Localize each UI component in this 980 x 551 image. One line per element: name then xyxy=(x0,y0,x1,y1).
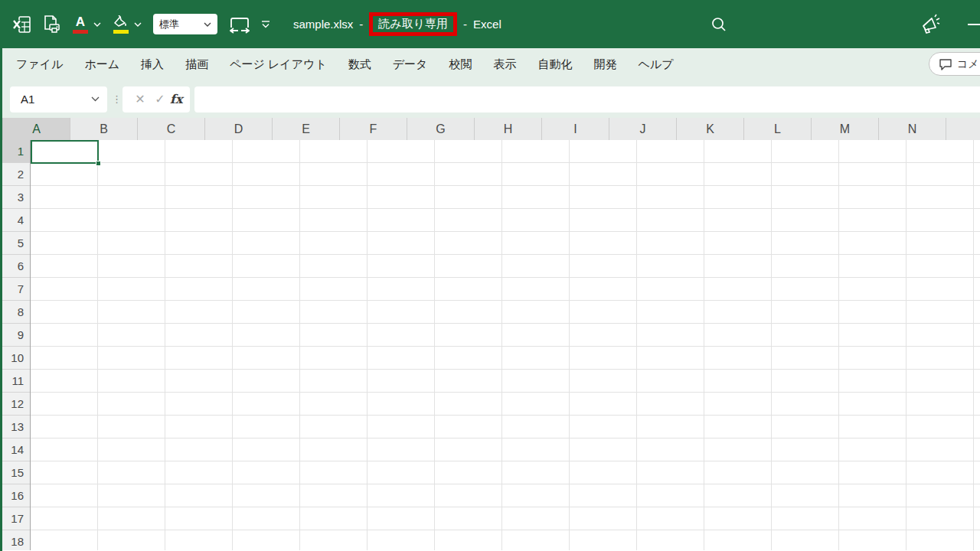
column-header-C[interactable]: C xyxy=(138,118,205,140)
column-header-N[interactable]: N xyxy=(879,118,946,140)
cell-area[interactable] xyxy=(31,140,980,550)
row-header-12[interactable]: 12 xyxy=(2,393,30,416)
column-header-row: ABCDEFGHIJKLMN xyxy=(2,118,980,140)
autofit-column-width-icon[interactable] xyxy=(230,15,250,34)
cell-style-dropdown[interactable]: 標準 xyxy=(153,14,217,34)
ribbon-tab-5[interactable]: 数式 xyxy=(338,48,382,80)
title-filename: sample.xlsx xyxy=(293,18,353,31)
workbook-window: ファイルホーム挿入描画ページ レイアウト数式データ校閲表示自動化開発ヘルプ コメ… xyxy=(0,48,980,551)
ribbon-tab-0[interactable]: ファイル xyxy=(5,48,74,80)
row-header-7[interactable]: 7 xyxy=(2,278,30,301)
column-header-J[interactable]: J xyxy=(609,118,677,140)
chevron-down-icon xyxy=(93,22,101,27)
print-preview-icon[interactable] xyxy=(42,15,60,34)
column-header-M[interactable]: M xyxy=(812,118,879,140)
column-header-partial[interactable] xyxy=(946,118,980,140)
spreadsheet-grid: ABCDEFGHIJKLMN 1234567891011121314151617… xyxy=(2,118,980,551)
ribbon-tabs: ファイルホーム挿入描画ページ レイアウト数式データ校閲表示自動化開発ヘルプ xyxy=(5,48,684,80)
quick-access-toolbar: A 標準 xyxy=(0,14,287,34)
fill-handle[interactable] xyxy=(96,161,101,166)
row-header-15[interactable]: 15 xyxy=(2,461,30,484)
fill-color-icon xyxy=(113,15,129,34)
column-headers: ABCDEFGHIJKLMN xyxy=(3,118,980,139)
column-header-K[interactable]: K xyxy=(677,118,744,140)
chevron-down-icon xyxy=(204,22,211,27)
row-header-14[interactable]: 14 xyxy=(2,439,30,461)
window-title: sample.xlsx - 読み取り専用 - Excel xyxy=(293,12,501,36)
font-color-icon: A xyxy=(72,15,89,34)
insert-function-button[interactable]: fx xyxy=(170,92,182,106)
minimize-button[interactable] xyxy=(968,0,980,48)
row-header-9[interactable]: 9 xyxy=(2,324,30,347)
chevron-down-icon xyxy=(134,22,142,27)
ribbon-tab-8[interactable]: 表示 xyxy=(482,48,527,80)
search-icon[interactable] xyxy=(710,0,727,48)
chevron-down-icon xyxy=(91,96,100,102)
ribbon-tab-row: ファイルホーム挿入描画ページ レイアウト数式データ校閲表示自動化開発ヘルプ コメ… xyxy=(2,48,980,80)
row-header-13[interactable]: 13 xyxy=(2,416,30,439)
column-header-H[interactable]: H xyxy=(475,118,542,140)
column-header-G[interactable]: G xyxy=(407,118,475,140)
namebox-resize-handle[interactable]: ⋮ xyxy=(112,97,118,101)
ribbon-tab-11[interactable]: ヘルプ xyxy=(627,48,684,80)
title-appname: Excel xyxy=(473,18,501,31)
enter-entry-button[interactable]: ✓ xyxy=(150,92,170,106)
megaphone-icon[interactable] xyxy=(919,0,942,48)
name-box[interactable]: A1 xyxy=(10,86,107,112)
ribbon-tab-4[interactable]: ページ レイアウト xyxy=(219,48,338,80)
grid-body: 123456789101112131415161718 xyxy=(2,140,980,550)
title-bar: A 標準 xyxy=(0,0,980,48)
row-header-16[interactable]: 16 xyxy=(2,484,30,507)
row-header-2[interactable]: 2 xyxy=(2,163,30,186)
formula-input[interactable] xyxy=(194,86,980,112)
row-header-11[interactable]: 11 xyxy=(2,370,30,393)
font-color-button[interactable]: A xyxy=(72,15,101,34)
row-header-4[interactable]: 4 xyxy=(2,209,30,232)
column-header-E[interactable]: E xyxy=(273,118,340,140)
column-header-D[interactable]: D xyxy=(205,118,273,140)
select-all-button[interactable] xyxy=(2,118,3,140)
row-header-3[interactable]: 3 xyxy=(2,186,30,209)
column-header-F[interactable]: F xyxy=(340,118,407,140)
readonly-status-annotation: 読み取り専用 xyxy=(369,12,457,36)
formula-bar-row: A1 ⋮ ✕ ✓ fx xyxy=(2,80,980,118)
ribbon-tab-3[interactable]: 描画 xyxy=(175,48,219,80)
row-header-1[interactable]: 1 xyxy=(2,140,30,163)
ribbon-tab-2[interactable]: 挿入 xyxy=(130,48,175,80)
row-header-10[interactable]: 10 xyxy=(2,347,30,370)
ribbon-tab-10[interactable]: 開発 xyxy=(583,48,627,80)
row-headers: 123456789101112131415161718 xyxy=(2,140,31,550)
row-header-6[interactable]: 6 xyxy=(2,255,30,278)
ribbon-tab-6[interactable]: データ xyxy=(382,48,439,80)
row-header-8[interactable]: 8 xyxy=(2,301,30,324)
cancel-entry-button[interactable]: ✕ xyxy=(130,92,150,106)
cell-style-value: 標準 xyxy=(159,18,179,31)
row-header-18[interactable]: 18 xyxy=(2,530,30,551)
column-header-A[interactable]: A xyxy=(3,118,70,140)
customize-quick-access-toolbar-icon[interactable] xyxy=(261,21,270,28)
column-header-B[interactable]: B xyxy=(70,118,138,140)
fill-color-button[interactable] xyxy=(113,15,142,34)
formula-buttons: ✕ ✓ fx xyxy=(122,86,190,112)
ribbon-tab-7[interactable]: 校閲 xyxy=(438,48,482,80)
row-header-17[interactable]: 17 xyxy=(2,507,30,530)
active-cell-selection[interactable] xyxy=(31,140,99,164)
column-header-L[interactable]: L xyxy=(744,118,812,140)
minimize-icon xyxy=(968,24,980,25)
excel-app-icon[interactable] xyxy=(12,16,31,33)
name-box-value: A1 xyxy=(21,93,34,106)
ribbon-tab-9[interactable]: 自動化 xyxy=(527,48,583,80)
comments-button[interactable]: コメント xyxy=(929,52,980,76)
row-header-5[interactable]: 5 xyxy=(2,232,30,255)
column-header-I[interactable]: I xyxy=(542,118,609,140)
comments-label: コメント xyxy=(957,57,980,71)
ribbon-tab-1[interactable]: ホーム xyxy=(74,48,130,80)
comment-bubble-icon xyxy=(939,58,952,70)
